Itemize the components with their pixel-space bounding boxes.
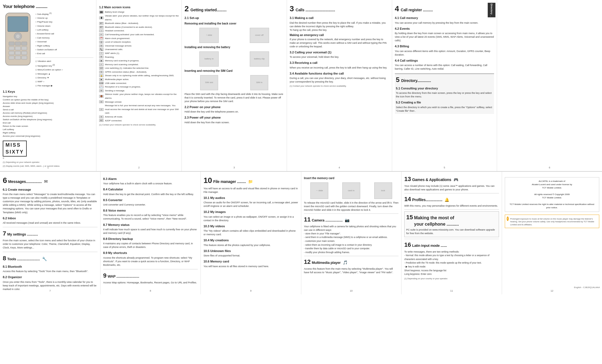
functions-heading: 3.4 Available functions during the call — [290, 72, 389, 76]
voicemail-text: To access your voicemail, hold down the … — [290, 55, 389, 59]
page10-num: 10 — [350, 289, 352, 293]
page-1: Your telephone .......... — [0, 0, 96, 171]
keys-heading: 1.1 Keys — [3, 90, 93, 94]
ch11-title: Camera ................... — [312, 218, 343, 223]
page11-num: 11 — [450, 289, 453, 293]
insert-card-heading: Insert the memory card — [304, 176, 399, 180]
icons-list: ▓▓Battery level charge 📳Vibrate alert: y… — [99, 10, 179, 122]
setup-heading: 2.1 Set-up — [185, 16, 284, 20]
organizer-heading: 8.2 Organizer — [3, 275, 97, 279]
copyright-line4: All rights reserved © Copyright 2009 — [507, 193, 597, 196]
ch2-num: 2 — [185, 3, 189, 14]
alarm-text: Your cellphone has a built-in alarm cloc… — [103, 182, 198, 185]
making-call-heading: 3.1 Making a call — [290, 16, 389, 20]
document-wrapper: Your telephone .......... — [0, 0, 602, 294]
page8-num: 8 — [150, 289, 151, 293]
page1-footnote1: (1) Depending on your network operator. — [3, 161, 93, 164]
ch4-title: Call register .......... — [401, 7, 433, 13]
ch9-num: 9 — [103, 272, 107, 280]
images-heading: 10.2 My images — [204, 210, 298, 214]
warning-icon: ! — [507, 217, 509, 221]
memcard-heading: 10.6 Memory card — [204, 259, 298, 264]
dir-create-heading: 5.2 Creating a file — [396, 100, 493, 105]
ch12-num: 12 — [304, 258, 311, 266]
making-most-text: PC suite is provided on www.misssixty.co… — [406, 228, 497, 235]
ch3-title: Calls .............................. — [295, 7, 335, 13]
ch6-num: 6 — [3, 175, 7, 186]
calc-text: Hold down the key to get the decimal poi… — [103, 193, 198, 196]
create-msg-heading: 6.1 Create message — [3, 188, 97, 192]
functions-text: During a call, you can use your director… — [290, 76, 389, 84]
events-heading: 4.2 Events — [395, 27, 494, 31]
phone-illustration — [3, 12, 33, 67]
hang-up-text: To hang up the call, press the key. — [290, 28, 389, 32]
back-cover-imgs: ↑ slide cover off — [185, 27, 284, 44]
remove-cover-heading: Removing and installing the back cover — [185, 22, 284, 26]
page9-num: 9 — [250, 289, 251, 293]
memcard-imgs: → slide card in lock — [304, 181, 399, 200]
ch14-title: Profiles................. — [412, 197, 442, 203]
svg-rect-1 — [8, 17, 28, 32]
battery-imgs: battery in battery clip — [185, 50, 284, 68]
warning-box: ! Prolonged exposure to music at full vo… — [505, 215, 600, 228]
games-text: Your Alcatel phone may include (1) some … — [404, 184, 499, 191]
page4-footnote: (1) Contact your network operator to che… — [290, 85, 389, 88]
page-5: 4 Call register .......... 4.1 Call memo… — [392, 0, 497, 171]
unknown-heading: 10.5 Unknown files — [204, 249, 298, 253]
ch3-num: 3 — [290, 3, 294, 14]
sim-text: Place the SIM card with the chip facing … — [185, 92, 284, 103]
page-6: 6 — [497, 0, 602, 171]
audios-text: Choose an audio for the ON/OFF screen, f… — [204, 201, 298, 208]
ch15-num: 15 — [406, 213, 413, 222]
converter-heading: 8.5 Converter — [103, 198, 198, 202]
videos-text: The "My videos" album contains all video… — [204, 229, 298, 236]
insert-card-text: To release the microSD card holder, slid… — [304, 201, 399, 212]
svg-rect-13 — [9, 56, 14, 59]
page1-title: Your telephone .......... — [3, 3, 93, 10]
calc-heading: 8.4 Calculator — [103, 187, 198, 191]
svg-rect-6 — [21, 42, 27, 45]
sim-heading: Inserting and removing the SIM Card — [185, 69, 284, 73]
multimedia-text: Access this feature from the main menu b… — [304, 267, 399, 274]
dir-consult-heading: 5.1 Consulting your directory — [396, 86, 493, 91]
billing-heading: 4.3 Billing — [395, 44, 494, 48]
ch13-title: Games & Applications — [412, 177, 451, 183]
sim-imgs: SIM slot SIM in — [185, 74, 284, 91]
page-11: 13 Games & Applications 🎮 Your Alcatel p… — [402, 172, 502, 294]
svg-rect-15 — [21, 56, 27, 59]
voice-memo-text: This feature enables you to record a cal… — [103, 214, 198, 221]
call-settings-heading: 4.4 Call settings — [395, 59, 494, 63]
page-12: ALCATEL is a trademark of Alcatel-Lucent… — [502, 172, 602, 294]
page12-num: 12 — [551, 289, 553, 293]
ch7-num: 7 — [3, 229, 6, 238]
keys-text: Navigation key Confirm an option (press … — [3, 95, 93, 138]
page5-num: 5 — [444, 166, 445, 169]
svg-rect-7 — [9, 46, 14, 50]
ch5-title: Directory.............. — [401, 78, 431, 84]
ch6-title: Messages................ — [8, 179, 42, 185]
svg-rect-12 — [21, 51, 27, 55]
dir-backup-heading: 8.8 Directory backup — [103, 237, 198, 241]
mem-status-heading: 8.7 Memory status — [103, 223, 198, 227]
copyright-line5: TCT Mobile Limited. — [507, 196, 597, 199]
bluetooth-heading: 8.1 Bluetooth — [3, 265, 97, 269]
copyright-line1: ALCATEL is a trademark of — [507, 180, 597, 183]
creations-text: This feature stores all the photos captu… — [204, 243, 298, 247]
ch5-num: 5 — [396, 75, 400, 84]
audios-heading: 10.1 My audios — [204, 196, 298, 200]
inbox-heading: 6.2 Inbox — [3, 216, 97, 220]
alarm-heading: 8.3 Alarm — [103, 177, 198, 181]
copyright-line3: TCT Mobile Limited. — [507, 186, 597, 190]
page1-num: 1 — [47, 166, 49, 169]
ch16-num: 16 — [404, 241, 411, 249]
making-call-text: Dial the desired number then press the k… — [290, 21, 389, 28]
page11-footnote: (1) Depending on your country or your op… — [404, 277, 499, 280]
latin-items: - Normal: this mode allows you to type a… — [404, 254, 499, 276]
ch8-num: 8 — [3, 254, 6, 263]
ch12-title: Multimedia player — [312, 260, 341, 265]
page-3: 2 Getting started.......... 2.1 Set-up R… — [182, 0, 287, 171]
page-8: 8.3 Alarm Your cellphone has a built-in … — [101, 172, 201, 294]
create-msg-text: From the main menu select "Messages" to … — [3, 193, 97, 214]
power-on-text: Hold down the key until the telephone po… — [185, 110, 284, 114]
page-2: 1.2 Main screen icons ▓▓Battery level ch… — [96, 0, 182, 171]
